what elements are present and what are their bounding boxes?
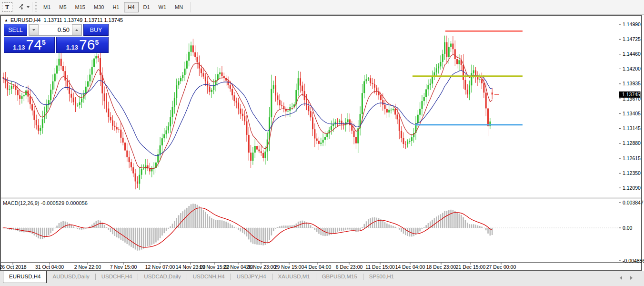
tab-sp500-h1[interactable]: SP500,H1 (363, 271, 400, 282)
tab-xauusd-m1[interactable]: XAUUSD,M1 (272, 271, 316, 282)
svg-text:1.12350: 1.12350 (623, 170, 641, 176)
volume-stepper (29, 24, 82, 36)
timeframe-m5-button[interactable]: M5 (55, 2, 70, 12)
chart-tab-bar: EURUSD,H4 AUDUSD,Daily USDCHF,H4 USDCAD,… (0, 271, 644, 286)
timeframe-w1-button[interactable]: W1 (155, 2, 171, 12)
tab-usdchf-h4[interactable]: USDCHF,H4 (96, 271, 138, 282)
svg-text:12 Nov 07:00: 12 Nov 07:00 (145, 264, 175, 270)
tab-usdcad-daily[interactable]: USDCAD,Daily (138, 271, 186, 282)
svg-text:2 Nov 22:00: 2 Nov 22:00 (74, 264, 101, 270)
svg-text:1.13405: 1.13405 (623, 111, 641, 116)
svg-text:1.14460: 1.14460 (623, 51, 641, 57)
volume-input[interactable] (39, 24, 72, 35)
buy-price-big: 76 (79, 39, 95, 51)
tab-usdcnh-h4[interactable]: USDCNH,H4 (187, 271, 231, 282)
tab-usdjpy-h4[interactable]: USDJPY,H4 (231, 271, 272, 282)
timeframe-m30-button[interactable]: M30 (90, 2, 108, 12)
timeframe-d1-button[interactable]: D1 (140, 2, 154, 12)
volume-decrease-button[interactable] (29, 24, 39, 35)
svg-text:6 Dec 23:00: 6 Dec 23:00 (336, 264, 363, 270)
svg-text:11 Dec 15:00: 11 Dec 15:00 (365, 264, 395, 270)
svg-text:31 Oct 04:00: 31 Oct 04:00 (35, 264, 64, 270)
svg-text:26 Nov 23:00: 26 Nov 23:00 (246, 264, 276, 270)
svg-text:1.13935: 1.13935 (623, 81, 641, 86)
tab-audusd-daily[interactable]: AUDUSD,Daily (47, 271, 95, 282)
buy-price-pip: 5 (95, 40, 99, 45)
tab-eurusd-h4[interactable]: EURUSD,H4 (3, 271, 47, 283)
svg-text:1.14725: 1.14725 (623, 36, 641, 42)
text-label-tool-button[interactable]: T (2, 2, 12, 12)
svg-text:21 Dec 15:00: 21 Dec 15:00 (456, 264, 486, 270)
svg-text:0.00: 0.00 (623, 225, 633, 231)
timeframe-h1-button[interactable]: H1 (109, 2, 123, 12)
svg-text:29 Nov 15:00: 29 Nov 15:00 (274, 264, 304, 270)
svg-text:0.003847: 0.003847 (623, 200, 644, 205)
buy-price-prefix: 1.13 (66, 44, 78, 51)
svg-text:1.12880: 1.12880 (623, 140, 641, 146)
tab-scroll-right-button[interactable] (628, 275, 634, 281)
sell-price-big: 74 (26, 39, 42, 51)
toolbar-grip (35, 2, 37, 12)
top-toolbar: T M1 M5 M15 M30 H1 H4 D1 W1 MN (0, 0, 644, 15)
buy-button[interactable]: BUY (83, 24, 109, 36)
tab-gbpusd-m15[interactable]: GBPUSD,M15 (316, 271, 363, 282)
sell-price-pip: 5 (42, 40, 46, 45)
timeframe-h4-button[interactable]: H4 (124, 2, 138, 12)
svg-text:1.12090: 1.12090 (623, 185, 641, 191)
arrows-icon (18, 3, 25, 12)
sell-button[interactable]: SELL (4, 24, 27, 36)
toolbar-separator (190, 2, 191, 12)
timeframe-m15-button[interactable]: M15 (71, 2, 89, 12)
timeframe-mn-button[interactable]: MN (171, 2, 187, 12)
svg-text:18 Dec 23:00: 18 Dec 23:00 (426, 264, 456, 270)
arrow-left-icon (620, 276, 622, 280)
chart-ohlc-header: ▲ EURUSD,H4 1.13711 1.13749 1.13711 1.13… (4, 17, 123, 23)
svg-text:1.12615: 1.12615 (623, 155, 641, 161)
svg-text:26 Oct 2018: 26 Oct 2018 (0, 264, 27, 270)
symbol-marker-icon: ▲ (4, 18, 8, 22)
arrows-tool-button[interactable] (18, 2, 30, 12)
chart-ohlc-text: EURUSD,H4 1.13711 1.13749 1.13711 1.1374… (10, 17, 123, 23)
chevron-down-icon (27, 6, 30, 8)
tab-scroll-left-button[interactable] (617, 275, 624, 281)
macd-indicator-label: MACD(12,26,9) -0.000529 0.000056 (3, 200, 88, 206)
svg-text:4 Dec 04:00: 4 Dec 04:00 (304, 264, 332, 270)
svg-text:1.13145: 1.13145 (623, 125, 641, 131)
caret-up-icon (75, 29, 78, 31)
sell-price-panel[interactable]: 1.13 74 5 (4, 37, 55, 53)
timeframe-m1-button[interactable]: M1 (40, 2, 54, 12)
svg-text:7 Nov 15:00: 7 Nov 15:00 (110, 264, 137, 270)
buy-price-panel[interactable]: 1.13 76 5 (56, 37, 109, 53)
svg-text:27 Dec 00:00: 27 Dec 00:00 (486, 264, 516, 270)
svg-text:1.13745: 1.13745 (622, 92, 640, 97)
arrow-right-icon (630, 276, 633, 280)
sell-price-prefix: 1.13 (13, 44, 25, 51)
volume-increase-button[interactable] (72, 24, 81, 35)
toolbar-separator (32, 2, 32, 12)
toolbar-separator (15, 2, 15, 12)
one-click-trading-panel: SELL BUY 1.13 74 5 1.13 76 5 (4, 24, 109, 53)
svg-text:1.14200: 1.14200 (623, 66, 641, 72)
caret-down-icon (32, 29, 35, 31)
svg-text:-0.004856: -0.004856 (623, 258, 644, 264)
svg-text:1.14990: 1.14990 (623, 21, 641, 27)
svg-text:14 Dec 04:00: 14 Dec 04:00 (395, 264, 425, 270)
